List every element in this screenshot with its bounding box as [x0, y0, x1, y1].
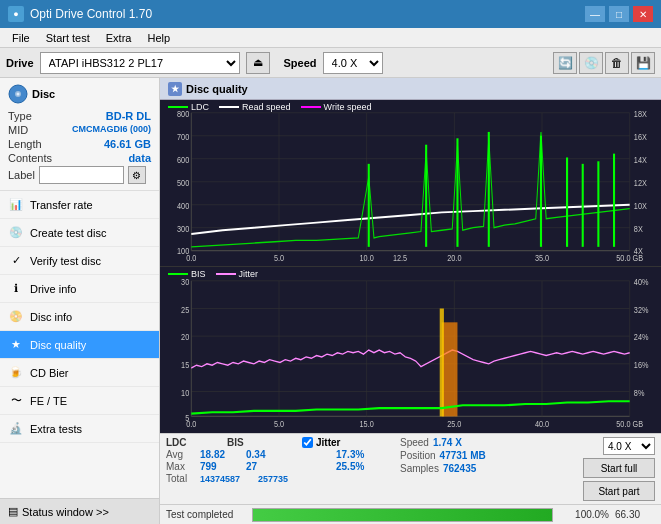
legend-ldc: LDC	[191, 102, 209, 112]
menu-start-test[interactable]: Start test	[38, 30, 98, 46]
right-panel: ★ Disc quality LDC Read speed	[160, 78, 661, 524]
start-part-button[interactable]: Start part	[583, 481, 655, 501]
progress-area: Test completed 100.0% 66.30	[160, 504, 661, 524]
refresh-icon[interactable]: 🔄	[553, 52, 577, 74]
erase-icon[interactable]: 🗑	[605, 52, 629, 74]
maximize-button[interactable]: □	[609, 6, 629, 22]
quality-title: Disc quality	[186, 83, 248, 95]
disc-header-icon	[8, 84, 28, 104]
length-value: 46.61 GB	[104, 138, 151, 150]
app-icon: ●	[8, 6, 24, 22]
label-input[interactable]	[39, 166, 124, 184]
svg-text:8%: 8%	[634, 387, 645, 398]
progress-value: 66.30	[615, 509, 655, 520]
svg-text:25.0: 25.0	[447, 418, 461, 429]
svg-text:50.0 GB: 50.0 GB	[616, 418, 643, 429]
nav-transfer-rate[interactable]: 📊 Transfer rate	[0, 191, 159, 219]
jitter-max-label	[302, 461, 330, 472]
disc-info-icon: 📀	[8, 309, 24, 325]
nav-disc-info-label: Disc info	[30, 311, 72, 323]
drive-info-icon: ℹ	[8, 281, 24, 297]
speed-label: Speed	[284, 57, 317, 69]
cd-bier-icon: 🍺	[8, 365, 24, 381]
nav-items: 📊 Transfer rate 💿 Create test disc ✓ Ver…	[0, 191, 159, 498]
avg-label: Avg	[166, 449, 194, 460]
svg-text:400: 400	[177, 201, 190, 211]
type-value: BD-R DL	[106, 110, 151, 122]
bis-header: BIS	[227, 437, 262, 448]
main-area: Disc Type BD-R DL MID CMCMAGDI6 (000) Le…	[0, 78, 661, 524]
drive-label: Drive	[6, 57, 34, 69]
nav-verify-test-disc[interactable]: ✓ Verify test disc	[0, 247, 159, 275]
disc-label-row: Label ⚙	[8, 166, 151, 184]
label-label: Label	[8, 169, 35, 181]
save-icon[interactable]: 💾	[631, 52, 655, 74]
position-value: 47731 MB	[440, 450, 486, 461]
nav-transfer-rate-label: Transfer rate	[30, 199, 93, 211]
minimize-button[interactable]: —	[585, 6, 605, 22]
svg-text:0.0: 0.0	[186, 418, 196, 429]
speed-select[interactable]: 4.0 X 2.0 X 1.0 X	[323, 52, 383, 74]
nav-cd-bier[interactable]: 🍺 CD Bier	[0, 359, 159, 387]
svg-text:12X: 12X	[634, 178, 647, 188]
speed-stat-label: Speed	[400, 437, 429, 448]
quality-header-icon: ★	[168, 82, 182, 96]
nav-drive-info-label: Drive info	[30, 283, 76, 295]
status-window-button[interactable]: ▤ Status window >>	[0, 498, 159, 524]
svg-text:600: 600	[177, 155, 190, 165]
legend-bis: BIS	[191, 269, 206, 279]
svg-text:5.0: 5.0	[274, 418, 284, 429]
svg-text:10: 10	[181, 387, 189, 398]
menubar: File Start test Extra Help	[0, 28, 661, 48]
legend-read-speed: Read speed	[242, 102, 291, 112]
svg-text:24%: 24%	[634, 331, 649, 342]
svg-text:25: 25	[181, 304, 189, 315]
close-button[interactable]: ✕	[633, 6, 653, 22]
menu-extra[interactable]: Extra	[98, 30, 140, 46]
mid-label: MID	[8, 124, 28, 136]
svg-text:12.5: 12.5	[393, 253, 408, 263]
progress-bar	[252, 508, 553, 522]
length-label: Length	[8, 138, 42, 150]
mid-value: CMCMAGDI6 (000)	[72, 124, 151, 136]
chart1-svg: 800 700 600 500 400 300 100 18X 16X 14X …	[160, 100, 661, 266]
svg-text:35.0: 35.0	[535, 253, 550, 263]
svg-text:16X: 16X	[634, 132, 647, 142]
nav-create-test-disc[interactable]: 💿 Create test disc	[0, 219, 159, 247]
jitter-checkbox[interactable]	[302, 437, 313, 448]
menu-file[interactable]: File	[4, 30, 38, 46]
samples-label: Samples	[400, 463, 439, 474]
nav-disc-info[interactable]: 📀 Disc info	[0, 303, 159, 331]
position-label: Position	[400, 450, 436, 461]
svg-text:40%: 40%	[634, 276, 649, 287]
nav-extra-tests-label: Extra tests	[30, 423, 82, 435]
stats-bar: LDC BIS Avg 18.82 0.34 Max 799 27 Total …	[160, 433, 661, 504]
type-label: Type	[8, 110, 32, 122]
chart1-legend: LDC Read speed Write speed	[168, 102, 371, 112]
nav-extra-tests[interactable]: 🔬 Extra tests	[0, 415, 159, 443]
svg-rect-3	[160, 100, 661, 266]
start-full-button[interactable]: Start full	[583, 458, 655, 478]
nav-fe-te-label: FE / TE	[30, 395, 67, 407]
disc-icon[interactable]: 💿	[579, 52, 603, 74]
menu-help[interactable]: Help	[139, 30, 178, 46]
svg-text:300: 300	[177, 224, 190, 234]
eject-button[interactable]: ⏏	[246, 52, 270, 74]
app-title: Opti Drive Control 1.70	[30, 7, 152, 21]
bis-avg: 0.34	[246, 449, 276, 460]
svg-text:5.0: 5.0	[274, 253, 285, 263]
disc-mid-row: MID CMCMAGDI6 (000)	[8, 124, 151, 136]
svg-text:15.0: 15.0	[360, 418, 374, 429]
nav-disc-quality[interactable]: ★ Disc quality	[0, 331, 159, 359]
disc-length-row: Length 46.61 GB	[8, 138, 151, 150]
max-label: Max	[166, 461, 194, 472]
nav-drive-info[interactable]: ℹ Drive info	[0, 275, 159, 303]
svg-text:10X: 10X	[634, 201, 647, 211]
drive-select[interactable]: ATAPI iHBS312 2 PL17	[40, 52, 240, 74]
progress-bar-fill	[253, 509, 552, 521]
label-browse-button[interactable]: ⚙	[128, 166, 146, 184]
chart2-legend: BIS Jitter	[168, 269, 258, 279]
nav-fe-te[interactable]: 〜 FE / TE	[0, 387, 159, 415]
svg-text:20: 20	[181, 331, 189, 342]
quality-speed-select[interactable]: 4.0 X 2.0 X	[603, 437, 655, 455]
